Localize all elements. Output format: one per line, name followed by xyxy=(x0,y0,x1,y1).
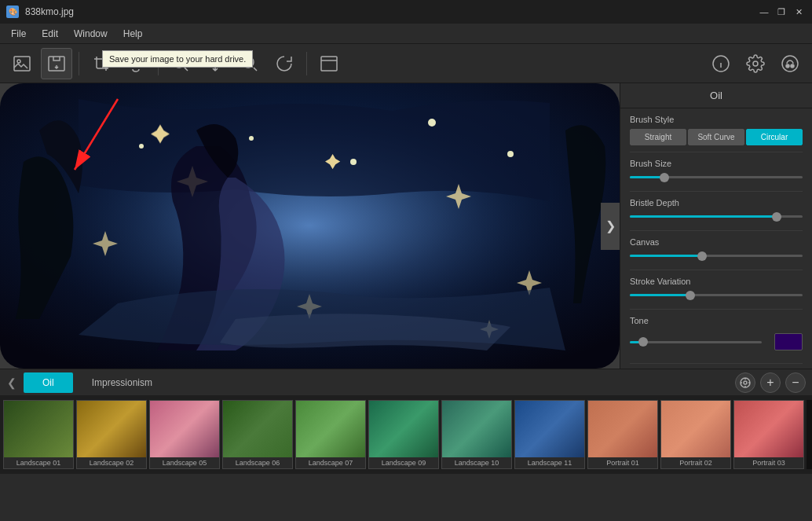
titlebar: 🎨 838kmo.jpg — ❐ ✕ xyxy=(0,0,812,24)
toolbar: Save your image to your hard drive. xyxy=(0,44,812,83)
bristle-depth-label: Bristle Depth xyxy=(630,198,803,207)
tone-label: Tone xyxy=(630,316,803,325)
bristle-depth-slider[interactable] xyxy=(630,215,803,218)
info-button[interactable] xyxy=(705,48,737,79)
separator-3 xyxy=(306,52,307,75)
import-tool-button[interactable] xyxy=(6,48,38,79)
canvas-next-button[interactable]: ❯ xyxy=(601,203,620,250)
filmstrip-item-landscape11[interactable]: Landscape 11 xyxy=(514,400,585,469)
filmstrip-item-landscape10[interactable]: Landscape 10 xyxy=(441,400,512,469)
tab-actions: + − xyxy=(735,372,806,393)
remove-preset-button[interactable]: − xyxy=(785,372,806,393)
canvas-slider[interactable] xyxy=(630,255,803,257)
tab-scroll-left[interactable]: ❮ xyxy=(0,376,24,389)
separator-1 xyxy=(79,52,79,75)
bottom-tabs: ❮ Oil Impressionism + − xyxy=(0,369,812,395)
filmstrip: Landscape 01 Landscape 02 Landscape 05 L… xyxy=(0,395,812,474)
canvas-image xyxy=(0,83,620,369)
right-panel: Oil Brush Style Straight Soft Curve Circ… xyxy=(620,83,812,369)
svg-point-8 xyxy=(782,56,798,72)
canvas-label: Canvas xyxy=(630,237,803,247)
brush-softcurve-button[interactable]: Soft Curve xyxy=(688,129,744,145)
stroke-variation-slider[interactable] xyxy=(630,294,803,296)
save-tool-button[interactable] xyxy=(41,48,72,79)
brush-size-label: Brush Size xyxy=(630,159,803,168)
stroke-variation-label: Stroke Variation xyxy=(630,277,803,286)
tab-impressionism[interactable]: Impressionism xyxy=(73,372,171,393)
filmstrip-item-landscape02[interactable]: Landscape 02 xyxy=(76,400,147,469)
menu-edit[interactable]: Edit xyxy=(34,25,66,42)
maximize-button[interactable]: ❐ xyxy=(774,5,788,19)
menu-help[interactable]: Help xyxy=(115,25,151,42)
settings-button[interactable] xyxy=(740,48,771,79)
tone-color-swatch[interactable] xyxy=(774,333,803,350)
filmstrip-item-portrait01[interactable]: Portrait 01 xyxy=(587,400,658,469)
filmstrip-item-landscape09[interactable]: Landscape 09 xyxy=(368,400,439,469)
bristle-depth-section: Bristle Depth xyxy=(620,192,812,230)
canvas-section: Canvas xyxy=(620,231,812,270)
close-button[interactable]: ✕ xyxy=(792,5,806,19)
stroke-variation-section: Stroke Variation xyxy=(620,270,812,309)
brush-style-section: Brush Style Straight Soft Curve Circular xyxy=(620,108,812,152)
window-controls: — ❐ ✕ xyxy=(757,5,806,19)
panel-title: Oil xyxy=(620,83,812,108)
brush-size-section: Brush Size xyxy=(620,152,812,191)
svg-point-10 xyxy=(791,64,794,68)
filmstrip-item-landscape06[interactable]: Landscape 06 xyxy=(222,400,293,469)
svg-point-17 xyxy=(428,119,436,127)
menu-window[interactable]: Window xyxy=(66,25,115,42)
preset-button[interactable] xyxy=(735,372,755,393)
filmstrip-item-portrait03[interactable]: Portrait 03 xyxy=(733,400,804,469)
tooltip: Save your image to your hard drive. xyxy=(102,50,253,68)
brush-style-group: Straight Soft Curve Circular xyxy=(630,129,803,145)
filmstrip-item-landscape01[interactable]: Landscape 01 xyxy=(3,400,74,469)
canvas-area: ❯ xyxy=(0,83,620,369)
filmstrip-item-landscape07[interactable]: Landscape 07 xyxy=(295,400,366,469)
watermark-area: 下载吧xiazaiba.com xyxy=(807,400,812,469)
menubar: File Edit Window Help xyxy=(0,24,812,44)
brush-style-label: Brush Style xyxy=(630,115,803,124)
svg-point-19 xyxy=(507,151,514,157)
app-icon: 🎨 xyxy=(6,6,19,18)
svg-point-9 xyxy=(786,64,789,68)
window-title: 838kmo.jpg xyxy=(25,6,74,17)
add-preset-button[interactable]: + xyxy=(760,372,781,393)
tone-slider[interactable] xyxy=(630,341,762,343)
svg-point-18 xyxy=(139,144,144,149)
rotate-button[interactable] xyxy=(269,48,300,79)
brush-circular-button[interactable]: Circular xyxy=(746,129,803,145)
svg-rect-5 xyxy=(321,57,337,71)
minimize-button[interactable]: — xyxy=(757,5,771,19)
svg-point-7 xyxy=(753,61,758,66)
brush-size-slider[interactable] xyxy=(630,176,803,178)
effects-button[interactable] xyxy=(774,48,806,79)
brush-straight-button[interactable]: Straight xyxy=(630,129,686,145)
svg-rect-0 xyxy=(14,57,30,71)
tone-section: Tone xyxy=(620,310,812,363)
svg-point-15 xyxy=(350,159,357,165)
export-button[interactable] xyxy=(313,48,345,79)
menu-file[interactable]: File xyxy=(3,25,34,42)
svg-point-16 xyxy=(249,136,254,141)
svg-point-21 xyxy=(744,381,747,384)
filmstrip-item-landscape05[interactable]: Landscape 05 xyxy=(149,400,220,469)
svg-point-1 xyxy=(17,60,20,63)
filmstrip-item-portrait02[interactable]: Portrait 02 xyxy=(660,400,731,469)
tab-oil[interactable]: Oil xyxy=(24,372,73,393)
